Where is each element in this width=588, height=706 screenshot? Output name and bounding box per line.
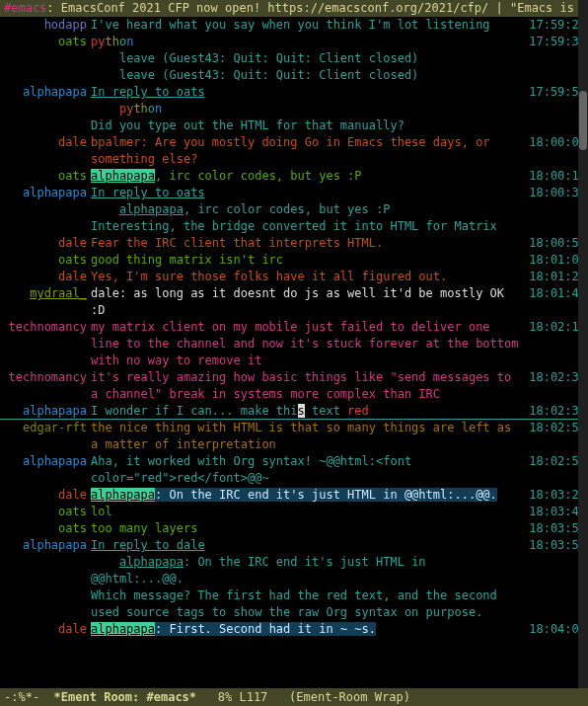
nick: technomancy xyxy=(0,319,91,336)
message-body: too many layers xyxy=(91,520,527,537)
message-body: it's really amazing how basic things lik… xyxy=(91,369,527,403)
message-row: dalebpalmer: Are you mostly doing Go in … xyxy=(0,134,588,168)
message-body: bpalmer: Are you mostly doing Go in Emac… xyxy=(91,134,527,168)
message-body: I wonder if I can... make this text red xyxy=(91,403,527,420)
message-row: Which message? The first had the red tex… xyxy=(0,588,588,621)
message-body: In reply to oats alphapapa, irc color co… xyxy=(91,185,527,218)
nick: dale xyxy=(0,235,91,252)
nick: oats xyxy=(0,34,91,50)
nick: alphapapa xyxy=(0,403,91,420)
nick: dale xyxy=(0,487,91,504)
nick: alphapapa xyxy=(0,84,91,101)
message-body: In reply to oats python xyxy=(91,84,527,118)
message-row: alphapapaIn reply to oats python17:59:58 xyxy=(0,84,588,118)
channel-name: #emacs xyxy=(4,1,46,15)
modeline-position: 8% L117 xyxy=(218,689,268,706)
message-body: Did you type out the HTML for that manua… xyxy=(91,118,527,134)
message-row: mydraal_dale: as long as it doesnt do js… xyxy=(0,285,588,319)
message-body: the nice thing with HTML is that so many… xyxy=(91,420,527,453)
message-row: leave (Guest43: Quit: Quit: Client close… xyxy=(0,67,588,84)
message-body: alphapapa: First. Second had it in ~ ~s. xyxy=(91,621,527,638)
message-row: alphapapaI wonder if I can... make this … xyxy=(0,403,588,420)
message-body: alphapapa: On the IRC end it's just HTML… xyxy=(91,487,527,504)
message-body: In reply to dale alphapapa: On the IRC e… xyxy=(91,537,527,588)
scrollbar[interactable] xyxy=(578,0,588,688)
message-body: Fear the IRC client that interprets HTML… xyxy=(91,235,527,252)
nick: oats xyxy=(0,252,91,269)
message-body: good thing matrix isn't irc xyxy=(91,252,527,269)
message-body: leave (Guest43: Quit: Quit: Client close… xyxy=(91,50,527,67)
message-row: leave (Guest43: Quit: Quit: Client close… xyxy=(0,50,588,67)
nick: alphapapa xyxy=(0,185,91,201)
message-row: alphapapaAha, it worked with Org syntax!… xyxy=(0,453,588,487)
message-row: oatspython17:59:31 xyxy=(0,34,588,50)
nick: oats xyxy=(0,504,91,520)
nick: oats xyxy=(0,168,91,185)
message-body: my matrix client on my mobile just faile… xyxy=(91,319,527,369)
message-body: Which message? The first had the red tex… xyxy=(91,588,527,621)
nick: dale xyxy=(0,621,91,638)
message-body: dale: as long as it doesnt do js as well… xyxy=(91,285,527,319)
message-body: I've heard what you say when you think I… xyxy=(91,17,527,34)
modeline-flags: -:%*- xyxy=(4,689,39,706)
nick: alphapapa xyxy=(0,537,91,554)
message-body: alphapapa, irc color codes, but yes :P xyxy=(91,168,527,185)
scrollbar-thumb[interactable] xyxy=(579,91,587,150)
message-row: Did you type out the HTML for that manua… xyxy=(0,118,588,134)
message-body: Yes, I'm sure those folks have it all fi… xyxy=(91,269,527,285)
message-row: alphapapaIn reply to dale alphapapa: On … xyxy=(0,537,588,588)
message-row: oatslol18:03:46 xyxy=(0,504,588,520)
message-row: daleFear the IRC client that interprets … xyxy=(0,235,588,252)
channel-topic: EmacsConf 2021 CFP now open! https://ema… xyxy=(61,1,588,15)
message-row: oatstoo many layers18:03:52 xyxy=(0,520,588,537)
message-row: alphapapaIn reply to oats alphapapa, irc… xyxy=(0,185,588,218)
mode-line: -:%*- *Ement Room: #emacs* 8% L117 (Emen… xyxy=(0,688,588,706)
nick: technomancy xyxy=(0,369,91,386)
message-row: technomancymy matrix client on my mobile… xyxy=(0,319,588,369)
message-body: python xyxy=(91,34,527,50)
message-row: edgar-rftthe nice thing with HTML is tha… xyxy=(0,420,588,453)
message-row: dalealphapapa: First. Second had it in ~… xyxy=(0,621,588,638)
modeline-buffer: *Ement Room: #emacs* xyxy=(54,689,197,706)
message-row: dalealphapapa: On the IRC end it's just … xyxy=(0,487,588,504)
message-row: oatsgood thing matrix isn't irc18:01:05 xyxy=(0,252,588,269)
message-row: technomancyit's really amazing how basic… xyxy=(0,369,588,403)
header-bar: #emacs: EmacsConf 2021 CFP now open! htt… xyxy=(0,0,588,17)
message-body: Interesting, the bridge converted it int… xyxy=(91,218,527,235)
message-row: Interesting, the bridge converted it int… xyxy=(0,218,588,235)
message-row: daleYes, I'm sure those folks have it al… xyxy=(0,269,588,285)
nick: mydraal_ xyxy=(0,285,91,302)
nick: dale xyxy=(0,269,91,285)
nick: dale xyxy=(0,134,91,151)
nick: oats xyxy=(0,520,91,537)
modeline-minor: (Ement-Room Wrap) xyxy=(289,689,410,706)
nick: alphapapa xyxy=(0,453,91,470)
message-row: oatsalphapapa, irc color codes, but yes … xyxy=(0,168,588,185)
message-row: hodappI've heard what you say when you t… xyxy=(0,17,588,34)
message-body: Aha, it worked with Org syntax! ~@@html:… xyxy=(91,453,527,487)
message-body: leave (Guest43: Quit: Quit: Client close… xyxy=(91,67,527,84)
message-log[interactable]: hodappI've heard what you say when you t… xyxy=(0,17,588,638)
message-body: lol xyxy=(91,504,527,520)
nick: edgar-rft xyxy=(0,420,91,436)
nick: hodapp xyxy=(0,17,91,34)
